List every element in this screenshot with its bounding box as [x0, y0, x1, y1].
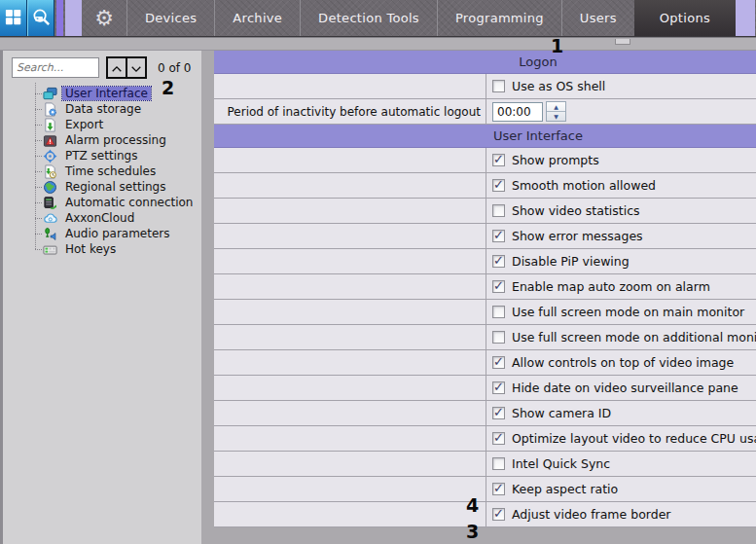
sidebar-item-data-storage[interactable]: Data storage: [3, 101, 201, 117]
checkbox[interactable]: [492, 80, 505, 92]
inactivity-time-input[interactable]: 00:00: [492, 102, 543, 122]
settings-gear-button[interactable]: ⚙: [82, 0, 126, 36]
toolbar-separator: [437, 0, 438, 36]
checkbox[interactable]: [492, 204, 505, 217]
checkbox-label: Show camera ID: [512, 406, 611, 420]
data-storage-icon: [42, 101, 57, 117]
settings-row-inactivity: Period of inactivity before automatic lo…: [214, 99, 756, 125]
chevron-up-icon: [111, 58, 123, 77]
spinner-down-icon[interactable]: ▼: [547, 112, 565, 121]
checkbox-label: Adjust video frame border: [512, 507, 670, 522]
splitter-handle[interactable]: [615, 39, 630, 45]
sidebar-item-time-schedules[interactable]: Time schedules: [3, 163, 201, 179]
checkbox-label: Use full screen mode on additional monit…: [512, 330, 756, 345]
checkbox-label: Use full screen mode on main monitor: [512, 305, 744, 319]
sidebar-item-hot-keys[interactable]: Hot keys: [3, 241, 201, 257]
sidebar-item-label: Automatic connection: [62, 196, 196, 209]
sidebar-item-automatic-connection[interactable]: Automatic connection: [3, 195, 201, 210]
checkbox-label: Optimize layout video to reduce CPU usag…: [512, 431, 756, 446]
accent-stripe-light: [736, 0, 755, 36]
layouts-button[interactable]: [0, 0, 27, 36]
menu-item-devices[interactable]: Devices: [127, 0, 214, 36]
sidebar-item-label: Audio parameters: [62, 227, 173, 240]
settings-row: Smooth motion allowed: [214, 173, 756, 199]
search-input[interactable]: [12, 57, 99, 78]
settings-row: Use full screen mode on additional monit…: [214, 325, 756, 350]
checkbox[interactable]: [492, 356, 505, 369]
checkbox-label: Enable map auto zoom on alarm: [512, 279, 710, 294]
sidebar-item-axxoncloud[interactable]: AxxonCloud: [3, 210, 201, 226]
checkbox[interactable]: [492, 508, 505, 521]
sidebar-item-alarm-processing[interactable]: Alarm processing: [3, 132, 201, 148]
settings-row-os-shell: Use as OS shell: [214, 74, 756, 99]
checkbox[interactable]: [492, 255, 505, 268]
checkbox[interactable]: [492, 179, 505, 192]
accent-stripe-light: [65, 0, 82, 36]
spinner-up-icon[interactable]: ▲: [547, 102, 565, 112]
sidebar-item-user-interface[interactable]: User Interface: [3, 86, 201, 101]
layout-grid-icon: [4, 8, 22, 29]
checkbox[interactable]: [492, 432, 505, 445]
sidebar-item-label: Regional settings: [62, 180, 168, 194]
checkbox-label: Keep aspect ratio: [512, 482, 618, 496]
settings-row: Allow controls on top of video image: [214, 350, 756, 376]
menu-item-archive[interactable]: Archive: [215, 0, 300, 36]
checkbox[interactable]: [492, 154, 505, 166]
settings-row: Intel Quick Sync: [214, 452, 756, 477]
export-icon: [42, 117, 57, 132]
settings-row: Adjust video frame border: [214, 502, 756, 527]
checkbox[interactable]: [492, 280, 505, 293]
panel-divider-strip: [0, 37, 756, 51]
search-next-button[interactable]: [126, 56, 147, 79]
menu-item-options-active[interactable]: Options: [634, 0, 736, 36]
sidebar-item-export[interactable]: Export: [3, 117, 201, 132]
checkbox-label: Intel Quick Sync: [512, 456, 610, 471]
checkbox-label: Show prompts: [512, 153, 599, 167]
checkbox[interactable]: [492, 483, 505, 495]
ptz-settings-icon: [42, 148, 57, 163]
search-icon: [31, 7, 52, 30]
checkbox[interactable]: [492, 457, 505, 470]
sidebar-item-audio-parameters[interactable]: Audio parameters: [3, 226, 201, 241]
automatic-connection-icon: [42, 195, 57, 210]
menu-item-programming[interactable]: Programming: [438, 0, 561, 36]
search-panel-button[interactable]: [27, 0, 54, 36]
section-header-user-interface: User Interface: [214, 125, 756, 148]
sidebar-item-label: AxxonCloud: [62, 211, 137, 225]
checkbox[interactable]: [492, 331, 505, 344]
checkbox-label: Show error messages: [512, 229, 643, 243]
sidebar-item-regional-settings[interactable]: Regional settings: [3, 179, 201, 195]
search-prev-button[interactable]: [106, 56, 127, 79]
settings-tree: User Interface Data storage Export Alarm…: [3, 86, 201, 257]
sidebar-item-label: Alarm processing: [62, 133, 169, 147]
settings-row: Optimize layout video to reduce CPU usag…: [214, 426, 756, 452]
row-label: Period of inactivity before automatic lo…: [214, 99, 486, 124]
gear-icon: ⚙: [94, 6, 114, 30]
regional-settings-icon: [42, 179, 57, 195]
checkbox-label: Disable PiP viewing: [512, 254, 630, 269]
time-schedules-icon: [42, 163, 57, 179]
accent-stripe-dark: [56, 0, 63, 36]
options-sidebar: 0 of 0 User Interface Data storage Expor…: [0, 51, 201, 544]
checkbox[interactable]: [492, 306, 505, 318]
user-interface-icon: [42, 86, 57, 101]
sidebar-item-label: User Interface: [62, 87, 151, 100]
checkbox[interactable]: [492, 381, 505, 394]
top-toolbar: ⚙ Devices Archive Detection Tools Progra…: [0, 0, 756, 37]
settings-row: Hide date on video surveillance pane: [214, 376, 756, 401]
menu-item-users[interactable]: Users: [562, 0, 634, 36]
toolbar-separator: [214, 0, 215, 36]
settings-row: Show prompts: [214, 148, 756, 173]
section-header-logon: Logon: [214, 51, 756, 74]
checkbox-label: Use as OS shell: [512, 79, 605, 93]
settings-row: Show camera ID: [214, 401, 756, 426]
chevron-down-icon: [130, 58, 142, 77]
time-spinner[interactable]: ▲ ▼: [546, 101, 566, 122]
sidebar-item-ptz-settings[interactable]: PTZ settings: [3, 148, 201, 163]
checkbox[interactable]: [492, 230, 505, 242]
sidebar-search-row: 0 of 0: [3, 51, 201, 83]
checkbox[interactable]: [492, 407, 505, 419]
menu-item-detection-tools[interactable]: Detection Tools: [301, 0, 437, 36]
sidebar-item-label: Hot keys: [62, 242, 119, 256]
sidebar-item-label: Data storage: [62, 102, 144, 116]
